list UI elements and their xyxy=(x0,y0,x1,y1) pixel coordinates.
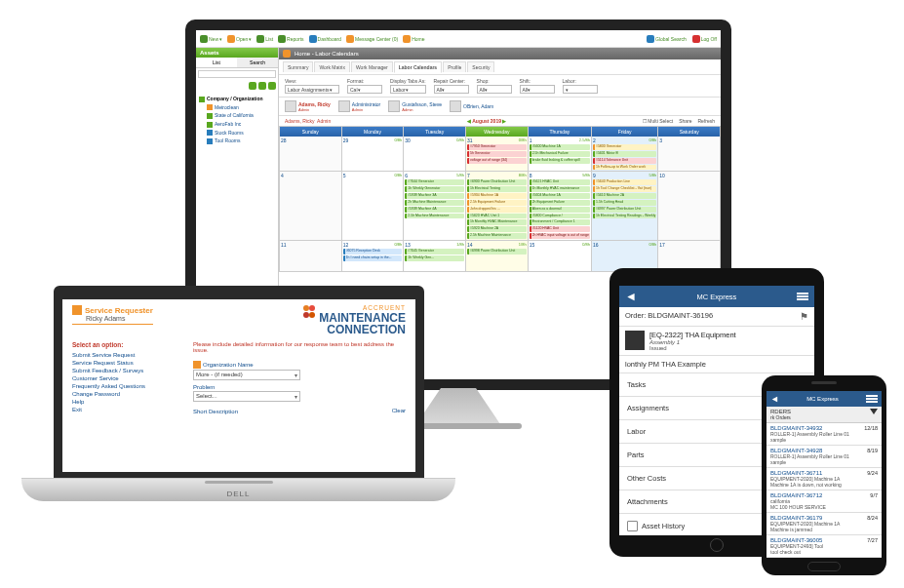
tree-item[interactable]: AeroFab Inc xyxy=(199,120,275,129)
tree-item[interactable]: State of California xyxy=(199,111,275,120)
day-cell[interactable]: 310/8h#7950 Generator5h Generatorvoltage… xyxy=(466,137,529,172)
day-cell[interactable]: 3 xyxy=(658,137,721,172)
shop-label: Shop: xyxy=(477,78,512,84)
menu-link[interactable]: Exit xyxy=(72,406,179,413)
org-select[interactable]: More - (if needed)▾ xyxy=(193,370,300,380)
refresh-button[interactable]: Refresh xyxy=(697,118,715,124)
avatar-icon xyxy=(388,100,400,112)
people-tabs: Adams, RickyAdmin AdministratorAdmin Gus… xyxy=(279,98,721,116)
tool-icon[interactable] xyxy=(258,82,266,90)
list-button[interactable]: List xyxy=(256,35,273,43)
prev-month-button[interactable]: ◀ xyxy=(467,118,471,124)
tree-item[interactable]: Metroclean xyxy=(199,103,275,112)
multiselect-toggle[interactable]: ☐ Multi Select xyxy=(643,118,673,124)
day-cell[interactable]: 4 xyxy=(280,172,342,241)
day-cell[interactable]: 20/8h#5800 Generator#5601 Motor B#5114 T… xyxy=(592,137,658,172)
home-button[interactable]: Home xyxy=(403,35,424,43)
flag-icon[interactable]: ⚑ xyxy=(800,311,808,322)
reports-button[interactable]: Reports xyxy=(278,35,304,43)
wo-item[interactable]: BLDGMAINT-36179EQUIPMENT-2020] Machine 1… xyxy=(766,513,882,535)
wo-subtitle: lonthly PM THA Example xyxy=(619,356,814,373)
shift-select[interactable]: All▾ xyxy=(520,85,555,94)
day-cell[interactable]: 10 xyxy=(658,172,721,241)
menu-link[interactable]: Frequently Asked Questions xyxy=(72,382,179,390)
day-cell[interactable]: 300/8h xyxy=(404,137,466,172)
equipment-image xyxy=(625,331,645,350)
tab-matrix[interactable]: Work Matrix xyxy=(314,61,350,72)
tool-icon[interactable] xyxy=(249,82,256,90)
share-button[interactable]: Share xyxy=(679,118,691,124)
wo-item[interactable]: BLDGMAINT-36712californiaMC 100 HOUR SER… xyxy=(766,490,882,513)
day-cell[interactable]: 11 xyxy=(280,241,342,272)
day-cell[interactable]: 150/8h xyxy=(529,241,592,272)
accruent-logo: ACCRUENT MAINTENANCE CONNECTION xyxy=(301,305,406,335)
person-tab[interactable]: AdministratorAdmin xyxy=(338,100,380,112)
tab-summary[interactable]: Summary xyxy=(283,61,313,72)
back-icon[interactable]: ◄ xyxy=(770,394,779,404)
tab-calendars[interactable]: Labor Calendars xyxy=(394,61,442,73)
menu-link[interactable]: Service Request Status xyxy=(72,359,179,367)
shop-select[interactable]: All▾ xyxy=(477,85,512,94)
menu-link[interactable]: Help xyxy=(72,398,179,406)
desc-label: Short Description xyxy=(193,409,238,414)
open-button[interactable]: Open ▾ xyxy=(227,35,252,43)
sidebar-search-input[interactable] xyxy=(198,70,276,78)
day-cell[interactable]: 89/8h#5621 HVAC Unit1h Monthly HVAC main… xyxy=(529,172,592,241)
menu-link[interactable]: Submit Service Request xyxy=(72,351,179,359)
view-select[interactable]: Labor Assignments▾ xyxy=(285,85,339,94)
person-tab[interactable]: OBrien, Adam xyxy=(450,100,493,112)
day-cell[interactable]: 95/8h#5640 Production Line1h Tool Change… xyxy=(592,172,658,241)
display-label: Display Tabs As: xyxy=(390,78,426,84)
person-tab[interactable]: Gustafsson, SteveAdmin xyxy=(388,100,442,112)
problem-select[interactable]: Select...▾ xyxy=(193,391,300,402)
day-cell[interactable]: 141/8h#6998 Power Distribution Unit xyxy=(466,241,529,272)
format-select[interactable]: Cal▾ xyxy=(347,85,382,94)
day-cell[interactable]: 78/8h#6900 Power Distribution Unit1h Ele… xyxy=(466,172,529,241)
menu-link[interactable]: Customer Service xyxy=(72,374,179,382)
filter-icon[interactable] xyxy=(870,409,878,414)
logoff-button[interactable]: Log Off xyxy=(692,35,717,43)
menu-link[interactable]: Change Password xyxy=(72,390,179,398)
day-cell[interactable]: 50/8h xyxy=(342,172,405,241)
day-cell[interactable]: 120/8h#6075 Reception Desk1h I need chai… xyxy=(342,241,405,272)
person-tab[interactable]: Adams, RickyAdmin xyxy=(285,100,331,112)
clear-link[interactable]: Clear xyxy=(392,408,406,413)
phone: ◄ MC Express RDERSrk Orders BLDGMAINT-34… xyxy=(762,375,886,575)
global-search-button[interactable]: Global Search xyxy=(647,35,687,43)
day-cell[interactable]: 131/8h#7045 Generator1h Weekly Gen... xyxy=(404,241,466,272)
next-month-button[interactable]: ▶ xyxy=(502,118,506,124)
menu-icon[interactable] xyxy=(866,395,878,403)
tree-item[interactable]: Tool Rooms xyxy=(199,137,275,145)
day-cell[interactable]: 12.5/8h#5600 Machine 1A2.5h Mechanical F… xyxy=(529,137,592,172)
tree-item[interactable]: Stock Rooms xyxy=(199,129,275,137)
day-cell[interactable]: 290/8h xyxy=(342,137,405,172)
list-header: RDERSrk Orders xyxy=(766,407,882,423)
tab-manager[interactable]: Work Manager xyxy=(351,61,393,72)
sidebar-tab-search[interactable]: Search xyxy=(237,58,278,67)
sidebar-tab-list[interactable]: List xyxy=(196,58,237,67)
menu-link[interactable]: Submit Feedback / Surveys xyxy=(72,367,179,374)
top-toolbar: New ▾ Open ▾ List Reports Dashboard Mess… xyxy=(196,30,721,48)
wo-item[interactable]: BLDGMAINT-36711EQUIPMENT-2020] Machine 1… xyxy=(766,468,882,490)
dashboard-button[interactable]: Dashboard xyxy=(309,35,341,43)
day-cell[interactable]: 65/8h#7044 Generator1h Weekly Generator#… xyxy=(404,172,466,241)
tab-profile[interactable]: Profile xyxy=(443,61,466,72)
sr-icon xyxy=(72,305,82,315)
repair-select[interactable]: All▾ xyxy=(434,85,469,94)
tool-icon[interactable] xyxy=(268,82,276,90)
menu-icon[interactable] xyxy=(797,293,808,300)
back-icon[interactable]: ◄ xyxy=(625,290,637,303)
wo-item[interactable]: BLDGMAINT-34928ROLLER-1] Assembly Roller… xyxy=(766,446,882,468)
equipment-row[interactable]: [EQ-2322] THA EquipmentAssembly 1Issued xyxy=(619,327,814,356)
labor-select[interactable]: ▾ xyxy=(563,85,598,94)
tab-security[interactable]: Security xyxy=(467,61,494,72)
msgcenter-button[interactable]: Message Center (0) xyxy=(346,35,398,43)
new-button[interactable]: New ▾ xyxy=(200,35,222,43)
wo-item[interactable]: BLDGMAINT-36005EQUIPMENT-2493] Tooltool … xyxy=(766,535,882,558)
wo-item[interactable]: BLDGMAINT-34932ROLLER-1] Assembly Roller… xyxy=(766,423,882,446)
tree-root[interactable]: Company / Organization xyxy=(199,95,275,103)
display-select[interactable]: Labor▾ xyxy=(390,85,426,94)
page-title: Home - Labor Calendars xyxy=(295,51,359,57)
sr-menu: Select an option: Submit Service Request… xyxy=(72,341,179,414)
day-cell[interactable]: 28 xyxy=(280,137,342,172)
